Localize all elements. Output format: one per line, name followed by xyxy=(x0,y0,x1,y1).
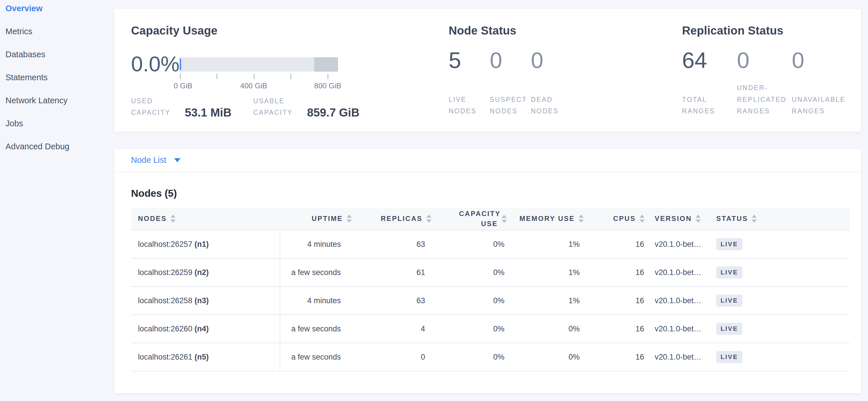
capacity-stats-row: USED CAPACITY 53.1 MiB USABLE CAPACITY 8… xyxy=(131,101,360,118)
cpus-cell: 16 xyxy=(584,258,645,287)
capacity-use-cell: 0% xyxy=(431,343,507,371)
capacity-use-cell: 0% xyxy=(431,230,507,258)
cluster-summary-card: Capacity Usage 0.0% 0 GiB 400 GiB 800 Gi… xyxy=(114,8,861,132)
node-list-header: Node List xyxy=(114,149,861,172)
sidebar-item-metrics[interactable]: Metrics xyxy=(0,20,114,43)
suspect-nodes-value: 0 xyxy=(490,46,531,75)
node-row-n5[interactable]: localhost:26261 (n5) a few seconds 0 0% … xyxy=(131,343,849,371)
column-header-capacity-use[interactable]: CAPACITY USE xyxy=(431,208,507,230)
total-ranges-stat: 64 TOTAL RANGES xyxy=(682,46,737,117)
uptime-cell: a few seconds xyxy=(280,315,352,343)
dead-nodes-value: 0 xyxy=(531,46,572,75)
sidebar-item-databases[interactable]: Databases xyxy=(0,43,114,66)
sidebar-item-overview[interactable]: Overview xyxy=(0,0,114,20)
column-header-replicas[interactable]: REPLICAS xyxy=(352,208,431,230)
column-label: MEMORY USE xyxy=(519,214,575,224)
node-address-cell[interactable]: localhost:26258 (n3) xyxy=(131,287,280,315)
version-cell: v20.1.0-bet… xyxy=(645,287,712,315)
node-address: localhost:26261 xyxy=(138,353,192,361)
axis-tick-label: 0 GiB xyxy=(174,81,192,90)
node-address: localhost:26258 xyxy=(138,296,192,305)
status-cell: LIVE xyxy=(712,343,849,371)
status-badge: LIVE xyxy=(716,351,742,363)
capacity-bar-nonusable-segment xyxy=(314,57,338,71)
node-list-dropdown[interactable]: Node List xyxy=(131,155,181,165)
column-label: CPUS xyxy=(613,214,636,224)
capacity-bar: 0 GiB 400 GiB 800 GiB xyxy=(179,57,338,89)
column-label: CAPACITY USE xyxy=(459,209,498,229)
memory-use-cell: 0% xyxy=(507,343,584,371)
chevron-down-icon xyxy=(174,158,181,162)
under-replicated-ranges-value: 0 xyxy=(737,46,792,75)
column-header-version[interactable]: VERSION xyxy=(645,208,712,230)
capacity-use-cell: 0% xyxy=(431,258,507,287)
capacity-percent-value: 0.0% xyxy=(131,52,180,76)
sort-icon xyxy=(579,214,584,223)
status-cell: LIVE xyxy=(712,230,849,258)
cpus-cell: 16 xyxy=(584,343,645,371)
node-id: (n2) xyxy=(194,268,209,277)
usable-capacity-label: USABLE CAPACITY xyxy=(253,95,301,118)
axis-tick xyxy=(217,74,217,79)
uptime-cell: 4 minutes xyxy=(280,230,352,258)
capacity-axis: 0 GiB 400 GiB 800 GiB xyxy=(179,71,338,89)
version-cell: v20.1.0-bet… xyxy=(645,315,712,343)
node-row-n3[interactable]: localhost:26258 (n3) 4 minutes 63 0% 1% … xyxy=(131,287,849,315)
column-label: REPLICAS xyxy=(381,214,423,224)
unavailable-ranges-value: 0 xyxy=(792,46,847,75)
column-header-status[interactable]: STATUS xyxy=(712,208,849,230)
sidebar-item-advanced-debug[interactable]: Advanced Debug xyxy=(0,135,114,158)
memory-use-cell: 1% xyxy=(507,287,584,315)
node-address-cell[interactable]: localhost:26260 (n4) xyxy=(131,315,280,343)
node-address: localhost:26259 xyxy=(138,268,192,277)
sort-icon xyxy=(752,214,757,223)
node-id: (n3) xyxy=(194,296,209,305)
node-address-cell[interactable]: localhost:26259 (n2) xyxy=(131,258,280,287)
replication-status-stats: 64 TOTAL RANGES 0 UNDER-REPLICATED RANGE… xyxy=(682,46,847,117)
node-address-cell[interactable]: localhost:26261 (n5) xyxy=(131,343,280,371)
sidebar-item-jobs[interactable]: Jobs xyxy=(0,112,114,135)
dead-nodes-label: DEAD NODES xyxy=(531,94,572,117)
cpus-cell: 16 xyxy=(584,287,645,315)
status-cell: LIVE xyxy=(712,287,849,315)
node-id: (n1) xyxy=(194,240,209,249)
replicas-cell: 61 xyxy=(352,258,431,287)
column-header-nodes[interactable]: NODES xyxy=(131,208,280,230)
sort-icon xyxy=(426,214,431,223)
capacity-bar-used-marker xyxy=(180,59,181,70)
node-address: localhost:26260 xyxy=(138,324,192,333)
axis-tick xyxy=(328,74,328,79)
sort-icon xyxy=(347,214,352,223)
unavailable-ranges-label: UNAVAILABLE RANGES xyxy=(792,94,846,117)
live-nodes-stat: 5 LIVE NODES xyxy=(449,46,490,117)
version-cell: v20.1.0-bet… xyxy=(645,343,712,371)
axis-tick xyxy=(254,74,254,79)
capacity-use-cell: 0% xyxy=(431,287,507,315)
unavailable-ranges-stat: 0 UNAVAILABLE RANGES xyxy=(792,46,847,117)
node-row-n2[interactable]: localhost:26259 (n2) a few seconds 61 0%… xyxy=(131,258,849,287)
column-header-memory-use[interactable]: MEMORY USE xyxy=(507,208,584,230)
column-label: NODES xyxy=(138,214,167,224)
status-cell: LIVE xyxy=(712,315,849,343)
replicas-cell: 4 xyxy=(352,315,431,343)
under-replicated-ranges-label: UNDER-REPLICATED RANGES xyxy=(737,82,792,117)
sidebar: Overview Metrics Databases Statements Ne… xyxy=(0,0,114,401)
node-list-dropdown-label: Node List xyxy=(131,155,166,165)
replicas-cell: 0 xyxy=(352,343,431,371)
column-header-uptime[interactable]: UPTIME xyxy=(280,208,352,230)
node-address: localhost:26257 xyxy=(138,240,192,249)
sidebar-item-statements[interactable]: Statements xyxy=(0,66,114,89)
node-row-n4[interactable]: localhost:26260 (n4) a few seconds 4 0% … xyxy=(131,315,849,343)
axis-tick-label: 800 GiB xyxy=(314,81,341,90)
sidebar-item-network-latency[interactable]: Network Latency xyxy=(0,89,114,112)
node-status-section: Node Status 5 LIVE NODES 0 SUSPECT NODES… xyxy=(449,9,679,132)
live-nodes-label: LIVE NODES xyxy=(449,94,490,117)
node-address-cell[interactable]: localhost:26257 (n1) xyxy=(131,230,280,258)
uptime-cell: a few seconds xyxy=(280,343,352,371)
column-header-cpus[interactable]: CPUS xyxy=(584,208,645,230)
sidebar-nav: Overview Metrics Databases Statements Ne… xyxy=(0,0,114,158)
capacity-bar-track xyxy=(179,57,338,71)
status-badge: LIVE xyxy=(716,266,742,279)
sort-icon xyxy=(640,214,645,223)
node-row-n1[interactable]: localhost:26257 (n1) 4 minutes 63 0% 1% … xyxy=(131,230,849,258)
